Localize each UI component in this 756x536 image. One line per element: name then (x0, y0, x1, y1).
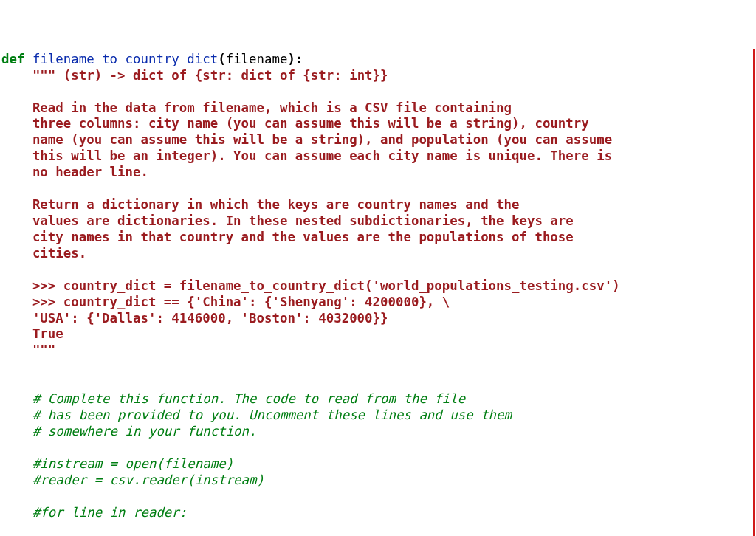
code-block: def filename_to_country_dict(filename): … (0, 49, 755, 536)
comment-line: # Complete this function. The code to re… (1, 391, 465, 406)
comment-line: #instream = open(filename) (1, 456, 233, 471)
colon: : (295, 52, 303, 66)
docstring-line: city names in that country and the value… (1, 230, 574, 244)
param-name: filename (226, 52, 288, 66)
docstring-line: three columns: city name (you can assume… (1, 116, 589, 131)
docstring-example: 'USA': {'Dallas': 4146000, 'Boston': 403… (1, 311, 388, 326)
docstring-line: values are dictionaries. In these nested… (1, 213, 574, 228)
docstring-line: name (you can assume this will be a stri… (1, 132, 612, 147)
docstring-line: Return a dictionary in which the keys ar… (1, 197, 520, 212)
comment-line: # has been provided to you. Uncomment th… (1, 408, 512, 422)
paren-open: ( (218, 52, 225, 66)
comment-line: #for line in reader: (1, 505, 187, 520)
docstring-example: >>> country_dict == {'China': {'Shenyang… (1, 295, 450, 309)
docstring-open: """ (32, 68, 55, 83)
docstring-sig: (str) -> dict of {str: dict of {str: int… (55, 68, 388, 83)
docstring-example: >>> country_dict = filename_to_country_d… (1, 278, 620, 293)
docstring-line: this will be an integer). You can assume… (1, 148, 612, 163)
docstring-close: """ (1, 343, 55, 357)
docstring-example: True (1, 326, 63, 341)
function-name: filename_to_country_dict (32, 52, 218, 66)
comment-line: # somewhere in your function. (1, 424, 257, 439)
comment-line: #reader = csv.reader(instream) (1, 473, 264, 487)
paren-close: ) (287, 52, 295, 66)
docstring-line: Read in the data from filename, which is… (1, 100, 512, 115)
docstring-line: cities. (1, 246, 86, 261)
docstring-line: no header line. (1, 165, 148, 179)
keyword-def: def (1, 52, 24, 66)
